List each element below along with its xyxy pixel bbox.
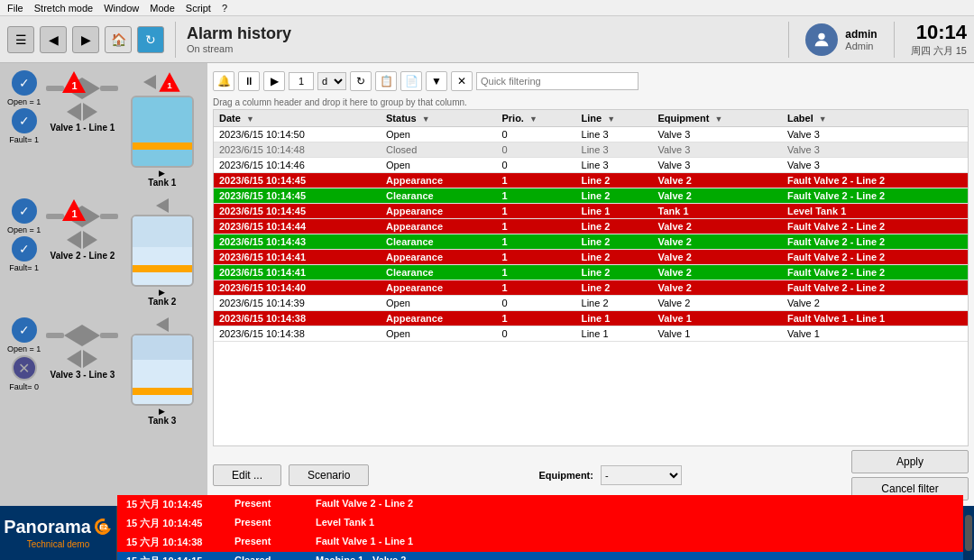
cell-line: Line 2 [576, 296, 653, 311]
valve-1-diagram: 1 Valve 1 - Line 1 [44, 70, 120, 133]
cell-line: Line 2 [576, 219, 653, 234]
cell-line: Line 1 [576, 204, 653, 219]
home-button[interactable]: 🏠 [105, 26, 132, 53]
table-row[interactable]: 2023/6/15 10:14:41Appearance1Line 2Valve… [214, 250, 968, 265]
cell-status: Clearance [381, 265, 496, 280]
table-row[interactable]: 2023/6/15 10:14:50Open0Line 3Valve 3Valv… [214, 127, 968, 142]
msg-status: Present [234, 517, 298, 530]
table-row[interactable]: 2023/6/15 10:14:44Appearance1Line 2Valve… [214, 219, 968, 234]
export-button[interactable]: 📄 [400, 71, 422, 91]
scenario-button[interactable]: Scenario [289, 464, 369, 486]
right-panel: 🔔 ⏸ ▶ d h m ↻ 📋 📄 ▼ ✕ Drag a column head… [207, 63, 974, 506]
table-row[interactable]: 2023/6/15 10:14:45Appearance1Line 1Tank … [214, 204, 968, 219]
table-row[interactable]: 2023/6/15 10:14:41Clearance1Line 2Valve … [214, 265, 968, 280]
edit-button[interactable]: Edit ... [213, 464, 281, 486]
table-row[interactable]: 2023/6/15 10:14:39Open0Line 2Valve 2Valv… [214, 296, 968, 311]
status-bar: Panorama E2 Technical demo 15 六月 10:14:4… [0, 506, 974, 560]
cell-equipment: Valve 2 [652, 173, 782, 188]
cell-equipment: Valve 3 [652, 127, 782, 142]
menu-file[interactable]: File [7, 3, 23, 14]
menu-window[interactable]: Window [104, 3, 139, 14]
valve-2-fault-indicator: ✓ [12, 236, 37, 262]
table-row[interactable]: 2023/6/15 10:14:45Clearance1Line 2Valve … [214, 188, 968, 204]
apply-button[interactable]: Apply [851, 450, 969, 473]
tank-2 [131, 215, 194, 287]
alarm-table[interactable]: Date ▼ Status ▼ Prio. ▼ Line ▼ Equipment… [213, 109, 969, 446]
prio-filter-icon[interactable]: ▼ [529, 115, 538, 124]
cell-date: 2023/6/15 10:14:50 [214, 127, 381, 142]
filter-toggle-button[interactable]: ▼ [426, 71, 447, 91]
msg-time: 15 六月 10:14:45 [126, 498, 216, 511]
valve-3-fault-indicator: ✕ [12, 355, 37, 381]
copy-button[interactable]: 📋 [375, 71, 397, 91]
msg-label: Machine 1 - Valve 2 [316, 555, 406, 560]
table-row[interactable]: 2023/6/15 10:14:38Open0Line 1Valve 1Valv… [214, 326, 968, 342]
cell-label: Valve 3 [782, 142, 968, 158]
valve-1-open-text: Open = 1 [7, 97, 41, 106]
cell-line: Line 2 [576, 234, 653, 250]
scrollbar-thumb[interactable] [965, 515, 972, 551]
valve-2-diagram: 1 Valve 2 - Line 2 [44, 198, 120, 261]
table-row[interactable]: 2023/6/15 10:14:40Appearance1Line 2Valve… [214, 280, 968, 296]
forward-button[interactable]: ▶ [72, 26, 99, 53]
cell-equipment: Tank 1 [652, 204, 782, 219]
cell-prio: 1 [496, 173, 575, 188]
date-filter-icon[interactable]: ▼ [246, 115, 254, 124]
play-button[interactable]: ▶ [263, 71, 285, 91]
tank-3 [131, 334, 194, 406]
msg-time: 15 六月 10:14:38 [126, 536, 216, 549]
cell-date: 2023/6/15 10:14:48 [214, 142, 381, 158]
cell-date: 2023/6/15 10:14:45 [214, 188, 381, 204]
label-filter-icon[interactable]: ▼ [819, 115, 827, 124]
status-filter-icon[interactable]: ▼ [422, 115, 430, 124]
menu-help[interactable]: ? [222, 3, 227, 14]
valve-2-section: ✓ Open = 1 ✓ Fault= 1 1 [7, 198, 200, 307]
cell-equipment: Valve 2 [652, 265, 782, 280]
cell-label: Valve 3 [782, 127, 968, 142]
svg-point-0 [819, 32, 825, 39]
refresh-alarm-button[interactable]: ↻ [350, 71, 372, 91]
tank-3-container: ▶ Tank 3 [124, 317, 200, 426]
tank-1 [131, 96, 194, 168]
cell-label: Fault Valve 2 - Line 2 [782, 219, 968, 234]
equipment-label: Equipment: [538, 470, 593, 481]
table-row[interactable]: 2023/6/15 10:14:48Closed0Line 3Valve 3Va… [214, 142, 968, 158]
table-row[interactable]: 2023/6/15 10:14:43Clearance1Line 2Valve … [214, 234, 968, 250]
col-label: Label ▼ [782, 110, 968, 127]
cell-status: Closed [381, 142, 496, 158]
cell-label: Fault Valve 2 - Line 2 [782, 188, 968, 204]
back-button[interactable]: ◀ [40, 26, 67, 53]
cell-date: 2023/6/15 10:14:38 [214, 326, 381, 342]
bell-button[interactable]: 🔔 [213, 71, 234, 91]
menu-mode[interactable]: Mode [150, 3, 175, 14]
unit-select[interactable]: d h m [317, 72, 346, 90]
equip-filter-icon[interactable]: ▼ [714, 115, 722, 124]
quick-filter-input[interactable] [476, 72, 639, 90]
cell-prio: 0 [496, 142, 575, 158]
msg-label: Level Tank 1 [316, 517, 374, 530]
cell-prio: 0 [496, 158, 575, 173]
cell-equipment: Valve 2 [652, 250, 782, 265]
cell-status: Clearance [381, 234, 496, 250]
cell-label: Valve 3 [782, 158, 968, 173]
cell-status: Appearance [381, 204, 496, 219]
cell-line: Line 2 [576, 188, 653, 204]
page-title-area: Alarm history On stream [187, 24, 291, 54]
pause-button[interactable]: ⏸ [238, 71, 260, 91]
refresh-button[interactable]: ↻ [137, 26, 164, 53]
menu-stretch[interactable]: Stretch mode [34, 3, 93, 14]
user-info: admin Admin [845, 28, 877, 51]
line-filter-icon[interactable]: ▼ [607, 115, 615, 124]
table-row[interactable]: 2023/6/15 10:14:45Appearance1Line 2Valve… [214, 173, 968, 188]
table-row[interactable]: 2023/6/15 10:14:38Appearance1Line 1Valve… [214, 311, 968, 326]
clear-filter-button[interactable]: ✕ [451, 71, 473, 91]
page-number-input[interactable] [289, 72, 314, 90]
main-content: ✓ Open = 1 ✓ Fault= 1 1 [0, 63, 974, 506]
menu-toggle-button[interactable]: ☰ [7, 26, 34, 53]
cell-prio: 1 [496, 188, 575, 204]
valve-1-fault-text: Fault= 1 [9, 135, 39, 144]
equipment-select[interactable]: - [601, 465, 682, 485]
table-row[interactable]: 2023/6/15 10:14:46Open0Line 3Valve 3Valv… [214, 158, 968, 173]
valve-2-indicators: ✓ Open = 1 ✓ Fault= 1 [7, 198, 41, 272]
menu-script[interactable]: Script [186, 3, 211, 14]
